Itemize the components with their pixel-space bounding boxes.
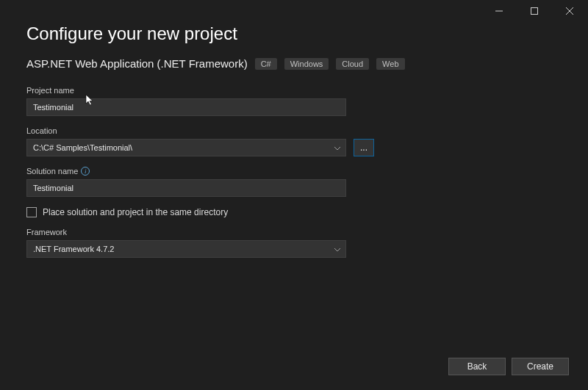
framework-label: Framework [26,228,562,236]
back-button[interactable]: Back [448,358,506,375]
tag-web: Web [376,58,404,70]
same-directory-row: Place solution and project in the same d… [26,207,562,217]
project-type-title: ASP.NET Web Application (.NET Framework) [26,57,248,70]
solution-name-field: Solution name i [26,167,562,197]
page-title: Configure your new project [26,24,562,44]
project-name-field: Project name [26,86,562,116]
project-type-row: ASP.NET Web Application (.NET Framework)… [26,57,562,70]
svg-rect-1 [531,8,538,15]
main-content: Configure your new project ASP.NET Web A… [26,24,562,340]
window-titlebar [482,0,588,22]
framework-select[interactable] [26,240,346,258]
create-button[interactable]: Create [512,358,569,375]
maximize-icon [531,7,538,15]
close-icon [566,7,573,15]
tag-windows: Windows [284,58,329,70]
project-name-label: Project name [26,86,562,95]
solution-name-input[interactable] [26,179,346,197]
location-label: Location [26,126,562,135]
maximize-button[interactable] [517,0,551,22]
framework-field: Framework [26,228,562,258]
minimize-icon [495,7,503,15]
minimize-button[interactable] [482,0,516,22]
location-field: Location ... [26,126,562,156]
same-directory-checkbox[interactable] [26,207,37,217]
close-button[interactable] [553,0,587,22]
tag-csharp: C# [255,58,277,70]
project-name-input[interactable] [26,98,346,116]
same-directory-label: Place solution and project in the same d… [43,207,228,217]
footer-buttons: Back Create [448,358,569,375]
location-input[interactable] [26,139,346,156]
solution-name-label: Solution name [26,167,78,176]
browse-button[interactable]: ... [354,139,374,156]
info-icon[interactable]: i [81,167,90,176]
tag-cloud: Cloud [336,58,369,70]
